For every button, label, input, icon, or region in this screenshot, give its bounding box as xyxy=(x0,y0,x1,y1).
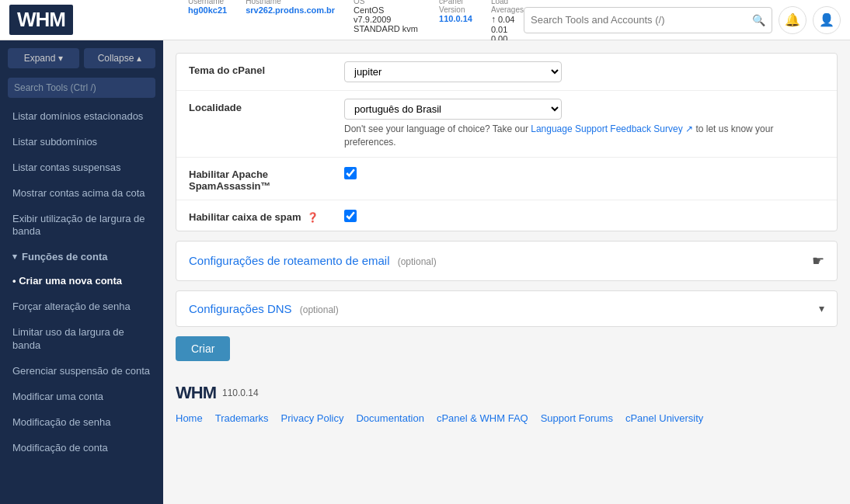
sidebar-section-label: Funções de conta xyxy=(22,251,108,262)
section-arrow-icon: ▾ xyxy=(12,252,17,262)
tema-cpanel-label: Tema do cPanel xyxy=(189,61,344,76)
footer-link-forums[interactable]: Support Forums xyxy=(541,412,613,424)
hostname-value: srv262.prodns.com.br xyxy=(246,5,335,15)
username-value: hg00kc21 xyxy=(188,5,227,15)
caixa-spam-checkbox[interactable] xyxy=(344,210,357,222)
sidebar-buttons: Expand ▾ Collapse ▴ xyxy=(0,40,163,73)
load-label: Load Averages xyxy=(491,0,524,14)
footer-link-privacy[interactable]: Privacy Policy xyxy=(281,412,344,424)
localidade-help-text: Don't see your language of choice? Take … xyxy=(344,123,824,149)
cpanel-label: cPanel Version xyxy=(439,0,472,14)
hostname-meta: Hostname srv262.prodns.com.br xyxy=(246,0,335,43)
sidebar-item-exibir-utilizacao[interactable]: Exibir utilização de largura de banda xyxy=(0,207,163,245)
tema-cpanel-row: Tema do cPanel jupiter xyxy=(176,54,837,91)
expand-button[interactable]: Expand ▾ xyxy=(8,48,79,68)
feedback-link[interactable]: Language Support Feedback Survey ↗ xyxy=(531,123,693,134)
sidebar-item-modificar-conta[interactable]: Modificar uma conta xyxy=(0,384,163,410)
top-bar-search-area: 🔍 🔔 👤 xyxy=(524,6,841,34)
sidebar-item-listar-subdominios[interactable]: Listar subdomínios xyxy=(0,130,163,155)
sidebar-item-gerenciar-suspensao[interactable]: Gerenciar suspensão de conta xyxy=(0,359,163,384)
spamassassin-label: Habilitar Apache SpamAssassin™ xyxy=(189,165,344,192)
caixa-spam-label: Habilitar caixa de spam ❓ xyxy=(189,208,344,223)
main-form-panel: Tema do cPanel jupiter Localidade portug… xyxy=(176,53,838,231)
footer-version: 110.0.14 xyxy=(222,388,259,398)
footer-link-university[interactable]: cPanel University xyxy=(625,412,703,424)
roteamento-email-title: Configurações de roteamento de email (op… xyxy=(189,254,437,267)
sidebar: Expand ▾ Collapse ▴ Listar domínios esta… xyxy=(0,40,163,504)
roteamento-email-header[interactable]: Configurações de roteamento de email (op… xyxy=(176,242,837,280)
spamassassin-row: Habilitar Apache SpamAssassin™ xyxy=(176,158,837,200)
sidebar-search-area[interactable] xyxy=(0,73,163,104)
load-meta: Load Averages ↑ 0.04 0.01 0.00 xyxy=(491,0,524,43)
footer-logo-area: WHM 110.0.14 xyxy=(176,383,838,403)
spamassassin-checkbox[interactable] xyxy=(344,167,357,179)
sidebar-item-forcar-alteracao[interactable]: Forçar alteração de senha xyxy=(0,294,163,320)
load-value: ↑ 0.04 0.01 0.00 xyxy=(491,15,514,43)
sidebar-item-modificacao2[interactable]: Modificação de conta xyxy=(0,436,163,461)
dns-settings-header[interactable]: Configurações DNS (optional) ▾ xyxy=(176,291,837,326)
sidebar-item-listar-dominios[interactable]: Listar domínios estacionados xyxy=(0,104,163,130)
search-button[interactable]: 🔍 xyxy=(752,14,765,26)
cpanel-meta: cPanel Version 110.0.14 xyxy=(439,0,472,43)
footer-whm-logo: WHM xyxy=(176,383,216,403)
caixa-spam-control xyxy=(344,208,824,222)
roteamento-cursor-icon[interactable]: ☛ xyxy=(812,252,824,269)
meta-info: Username hg00kc21 Hostname srv262.prodns… xyxy=(172,0,524,43)
content-area: Tema do cPanel jupiter Localidade portug… xyxy=(163,40,850,504)
search-box[interactable]: 🔍 xyxy=(524,7,772,33)
search-input[interactable] xyxy=(531,14,752,26)
sidebar-section-funcoes[interactable]: ▾ Funções de conta xyxy=(0,245,163,269)
localidade-select[interactable]: português do Brasil xyxy=(344,99,562,120)
tema-cpanel-control: jupiter xyxy=(344,61,824,82)
spamassassin-control xyxy=(344,165,824,179)
logo-area: WHM xyxy=(9,5,172,35)
main-layout: Expand ▾ Collapse ▴ Listar domínios esta… xyxy=(0,40,850,504)
notifications-button[interactable]: 🔔 xyxy=(779,6,806,34)
panel-body: Tema do cPanel jupiter Localidade portug… xyxy=(176,54,837,231)
localidade-control: português do Brasil Don't see your langu… xyxy=(344,99,824,149)
criar-button[interactable]: Criar xyxy=(176,336,230,361)
top-bar: WHM Username hg00kc21 Hostname srv262.pr… xyxy=(0,0,850,40)
localidade-row: Localidade português do Brasil Don't see… xyxy=(176,91,837,158)
collapse-button[interactable]: Collapse ▴ xyxy=(84,48,155,68)
dns-optional-label: (optional) xyxy=(300,304,339,315)
footer-link-trademarks[interactable]: Trademarks xyxy=(215,412,269,424)
cpanel-value: 110.0.14 xyxy=(439,14,472,23)
dns-settings-section: Configurações DNS (optional) ▾ xyxy=(176,290,838,327)
roteamento-optional-label: (optional) xyxy=(398,256,437,267)
dns-chevron-down-icon[interactable]: ▾ xyxy=(819,302,824,315)
username-meta: Username hg00kc21 xyxy=(188,0,227,43)
localidade-label: Localidade xyxy=(189,99,344,113)
caixa-spam-row: Habilitar caixa de spam ❓ xyxy=(176,200,837,231)
tema-cpanel-select[interactable]: jupiter xyxy=(344,61,562,82)
roteamento-email-section: Configurações de roteamento de email (op… xyxy=(176,241,838,281)
os-value: CentOS v7.9.2009 STANDARD kvm xyxy=(354,5,418,33)
caixa-spam-help-icon: ❓ xyxy=(307,212,319,223)
footer-links: Home Trademarks Privacy Policy Documenta… xyxy=(176,412,838,424)
dns-settings-title: Configurações DNS (optional) xyxy=(189,302,339,315)
footer-link-home[interactable]: Home xyxy=(176,412,203,424)
sidebar-item-mostrar-contas[interactable]: Mostrar contas acima da cota xyxy=(0,181,163,207)
sidebar-nav: Listar domínios estacionados Listar subd… xyxy=(0,104,163,504)
sidebar-item-criar-nova-conta[interactable]: Criar uma nova conta xyxy=(0,269,163,294)
footer-link-documentation[interactable]: Documentation xyxy=(356,412,423,424)
sidebar-search-input[interactable] xyxy=(8,78,155,98)
os-meta: OS CentOS v7.9.2009 STANDARD kvm xyxy=(354,0,420,43)
sidebar-item-limitar-uso[interactable]: Limitar uso da largura de banda xyxy=(0,320,163,359)
collapse-label: Collapse xyxy=(98,53,134,64)
whm-logo: WHM xyxy=(9,5,73,35)
expand-label: Expand xyxy=(24,53,56,64)
sidebar-item-listar-contas-suspensas[interactable]: Listar contas suspensas xyxy=(0,155,163,181)
footer-link-faq[interactable]: cPanel & WHM FAQ xyxy=(437,412,528,424)
sidebar-item-modificacao-senha[interactable]: Modificação de senha xyxy=(0,410,163,436)
user-menu-button[interactable]: 👤 xyxy=(813,6,841,34)
